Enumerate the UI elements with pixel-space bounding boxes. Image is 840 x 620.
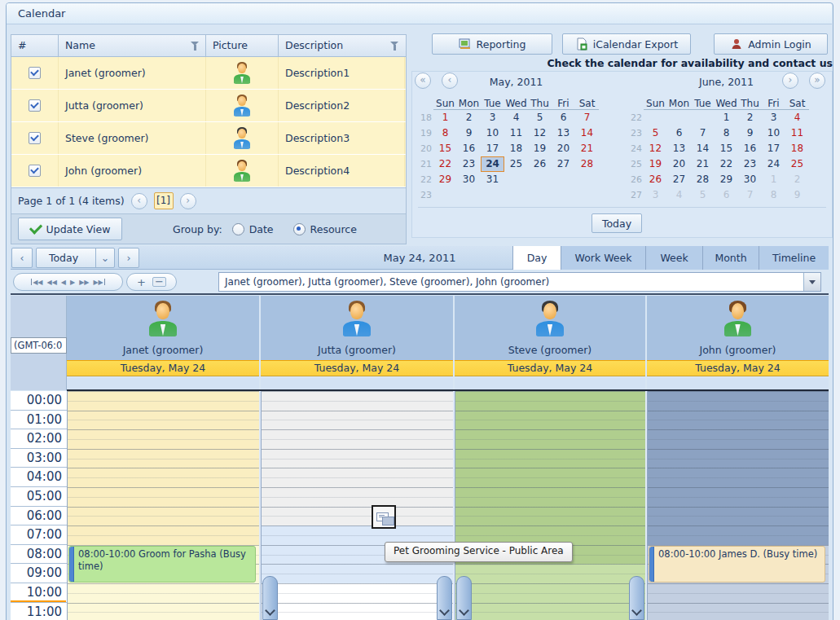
day-column-3[interactable]	[455, 391, 645, 620]
day-cell[interactable]: 2	[457, 110, 481, 125]
day-cell[interactable]: 17	[762, 141, 785, 156]
day-cell[interactable]: 4	[667, 187, 691, 203]
day-cell[interactable]: 20	[667, 156, 691, 172]
day-cell[interactable]: 8	[715, 125, 738, 141]
day-cell[interactable]: 7	[691, 125, 715, 141]
day-cell[interactable]: 12	[644, 141, 667, 156]
day-cell[interactable]: 29	[433, 172, 457, 187]
day-cell[interactable]: 9	[738, 125, 762, 141]
table-row[interactable]: Janet (groomer)Description1	[11, 57, 406, 90]
day-column-1[interactable]	[67, 391, 259, 620]
day-cell[interactable]: 23	[457, 156, 481, 172]
day-cell[interactable]: 21	[691, 156, 715, 172]
step-backward-icon[interactable]: ◀	[61, 279, 66, 286]
day-cell[interactable]: 9	[457, 125, 481, 141]
tab-day[interactable]: Day	[512, 246, 561, 270]
day-cell[interactable]: 23	[738, 156, 762, 172]
day-cell[interactable]: 11	[504, 125, 528, 141]
group-by-date-radio[interactable]	[232, 223, 244, 235]
day-cell[interactable]: 27	[552, 156, 575, 172]
column-header-picture[interactable]: Picture	[206, 35, 279, 56]
day-cell[interactable]: 22	[715, 156, 738, 172]
filter-icon[interactable]	[390, 42, 398, 46]
day-cell[interactable]: 13	[552, 125, 575, 141]
day-cell[interactable]: 25	[504, 156, 528, 172]
pager-page-1-button[interactable]: [1]	[154, 192, 174, 209]
allday-area[interactable]	[67, 378, 259, 389]
day-cell[interactable]: 3	[762, 110, 785, 125]
pager-prev-button[interactable]: ‹	[131, 193, 147, 209]
allday-area[interactable]	[455, 378, 645, 389]
update-view-button[interactable]: Update View	[18, 218, 122, 240]
day-cell[interactable]: 10	[762, 125, 785, 141]
day-cell[interactable]: 28	[691, 172, 715, 187]
day-cell[interactable]: 14	[575, 125, 599, 141]
appointment[interactable]: 08:00-10:00 James D. (Busy time)	[649, 546, 825, 583]
row-checkbox[interactable]	[29, 67, 41, 79]
day-cell[interactable]: 18	[504, 141, 528, 156]
day-cell[interactable]: 26	[528, 156, 552, 172]
zoom-in-button[interactable]: +	[137, 276, 146, 288]
day-cell[interactable]: 13	[667, 141, 691, 156]
day-cell[interactable]: 8	[433, 125, 457, 141]
pager-next-button[interactable]: ›	[180, 193, 196, 209]
day-cell[interactable]: 26	[644, 172, 667, 187]
day-cell[interactable]: 24	[762, 156, 785, 172]
fast-backward-icon[interactable]: ◀◀	[47, 279, 57, 286]
day-cell[interactable]: 18	[785, 141, 809, 156]
day-column-4[interactable]	[647, 391, 829, 620]
day-column-2[interactable]	[261, 391, 453, 620]
day-cell[interactable]: 27	[667, 172, 691, 187]
scroll-down-button[interactable]	[437, 576, 452, 620]
fast-forward-icon[interactable]: ▶▶	[79, 279, 89, 286]
day-cell[interactable]: 29	[715, 172, 738, 187]
day-cell[interactable]: 11	[785, 125, 809, 141]
day-cell[interactable]: 4	[504, 110, 528, 125]
day-cell[interactable]: 5	[644, 125, 667, 141]
table-row[interactable]: John (groomer)Description4	[11, 155, 406, 187]
table-row[interactable]: Steve (groomer)Description3	[11, 122, 406, 155]
day-cell[interactable]: 7	[738, 187, 762, 203]
day-cell[interactable]: 16	[738, 141, 762, 156]
scroll-down-button[interactable]	[629, 576, 644, 620]
admin-login-button[interactable]: Admin Login	[714, 33, 828, 55]
day-cell[interactable]: 2	[738, 110, 762, 125]
day-cell[interactable]: 6	[715, 187, 738, 203]
row-checkbox[interactable]	[29, 132, 41, 144]
column-header-description[interactable]: Description	[279, 35, 405, 56]
day-cell[interactable]: 21	[575, 141, 599, 156]
day-cell[interactable]: 15	[433, 141, 457, 156]
day-cell[interactable]: 22	[433, 156, 457, 172]
resources-combobox[interactable]: Janet (groomer), Jutta (groomer), Steve …	[218, 272, 821, 292]
day-cell[interactable]: 14	[691, 141, 715, 156]
day-cell[interactable]: 17	[481, 141, 504, 156]
day-cell[interactable]: 6	[552, 110, 575, 125]
day-cell[interactable]: 7	[575, 110, 599, 125]
day-cell[interactable]: 25	[785, 156, 809, 172]
icalendar-export-button[interactable]: iCalendar Export	[562, 33, 691, 55]
day-cell[interactable]: 12	[528, 125, 552, 141]
group-by-resource-radio[interactable]	[293, 223, 306, 235]
appointment-smart-tag[interactable]	[372, 505, 396, 529]
scheduler-today-dropdown[interactable]: Today ⌄	[36, 248, 115, 268]
day-cell[interactable]: 4	[785, 110, 809, 125]
row-checkbox[interactable]	[29, 99, 41, 112]
day-cell[interactable]: 30	[457, 172, 481, 187]
tab-week[interactable]: Week	[645, 246, 702, 270]
scheduler-next-button[interactable]: ›	[118, 248, 139, 268]
day-cell[interactable]: 19	[528, 141, 552, 156]
scroll-down-button[interactable]	[456, 576, 472, 620]
day-cell[interactable]: 1	[762, 172, 785, 187]
seek-last-icon[interactable]: ▶▶	[93, 279, 105, 286]
day-cell[interactable]: 9	[785, 187, 809, 203]
day-cell[interactable]: 2	[785, 172, 809, 187]
tab-timeline[interactable]: Timeline	[759, 246, 829, 270]
day-cell[interactable]: 5	[691, 187, 715, 203]
table-row[interactable]: Jutta (groomer)Description2	[11, 90, 406, 122]
allday-area[interactable]	[261, 378, 453, 389]
scroll-down-button[interactable]	[262, 576, 278, 620]
tab-work-week[interactable]: Work Week	[561, 246, 645, 270]
filter-icon[interactable]	[191, 42, 199, 46]
day-cell[interactable]: 5	[528, 110, 552, 125]
column-header-number[interactable]: #	[11, 35, 59, 56]
